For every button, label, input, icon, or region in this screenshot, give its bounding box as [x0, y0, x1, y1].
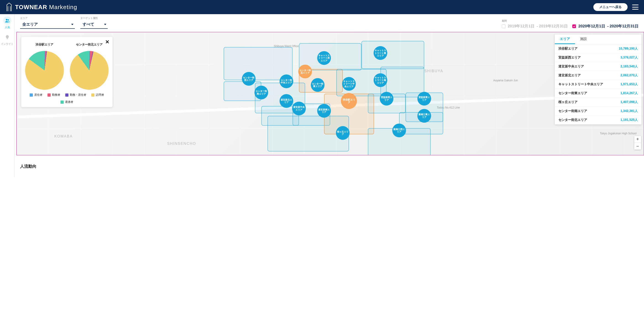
hamburger-menu-icon[interactable] [632, 5, 638, 10]
legend-item: 勤務・居住者 [65, 93, 86, 97]
legend-swatch-icon [65, 93, 68, 97]
brand-logo: TOWNEAR Marketing [6, 3, 77, 12]
chevron-down-icon [104, 24, 106, 25]
sidebar-item-insight[interactable]: インサイト [0, 33, 14, 46]
map-container[interactable]: Shibuya Ward OfficeSHIBUYAKOMABASHINSENC… [16, 32, 644, 155]
area-row-value: 1,407,098人 [620, 100, 638, 104]
pie-title: センター街北エリア [76, 41, 103, 48]
area-marker[interactable]: センター街中央エリア [280, 75, 293, 88]
area-marker[interactable]: 宮益坂東エリア [418, 92, 431, 106]
legend-item: 勤務者 [48, 93, 60, 97]
area-marker[interactable]: 宮益坂西エリア [380, 92, 394, 106]
area-list-row[interactable]: センター街東エリア1,814,267人 [555, 89, 642, 98]
zoom-in-button[interactable]: + [634, 136, 641, 143]
legend-swatch-icon [91, 93, 94, 97]
area-list-row[interactable]: 宮益坂西エリア3,378,027人 [555, 53, 642, 62]
pie-legend: 居住者勤務者勤務・居住者訪問者通過者 [25, 93, 109, 104]
area-polygon[interactable] [224, 47, 292, 80]
svg-point-1 [8, 20, 9, 21]
sidebar-item-label: インサイト [1, 42, 14, 46]
legend-item: 通過者 [60, 100, 73, 104]
legend-label: 通過者 [65, 100, 73, 104]
area-marker[interactable]: 新南口東エリア [418, 109, 431, 123]
area-row-name: キャットストリート中央エリア [558, 82, 603, 86]
legend-label: 居住者 [34, 93, 42, 97]
period-a-checkbox[interactable] [502, 25, 506, 28]
pie-popup: ✕ 渋谷駅エリアセンター街北エリア 居住者勤務者勤務・居住者訪問者通過者 [21, 37, 112, 107]
app-header: TOWNEAR Marketing メニューへ戻る [0, 0, 644, 14]
area-row-name: 道玄坂北エリア [558, 73, 581, 78]
area-list-row[interactable]: 道玄坂北エリア2,062,070人 [555, 71, 642, 80]
area-list-row[interactable]: 道玄坂中央エリア2,183,549人 [555, 62, 642, 71]
area-list-row[interactable]: キャットストリート中央エリア1,971,653人 [555, 80, 642, 89]
area-row-name: 渋谷駅エリア [558, 47, 578, 51]
area-marker[interactable]: キャットストリート南エリア [374, 73, 387, 87]
map-poi-label: KOMABA [54, 134, 72, 138]
area-select[interactable]: 全エリア [20, 21, 75, 29]
area-row-name: 宮益坂西エリア [558, 56, 581, 60]
area-marker[interactable]: 渋谷駅エリア [341, 93, 357, 109]
area-marker[interactable]: センター街南エリア [254, 86, 268, 99]
pie-title: 渋谷駅エリア [36, 41, 54, 48]
area-row-name: センター街南エリア [558, 109, 587, 113]
filter-area-label: エリア [20, 17, 75, 20]
period-b: 2020年12月1日 - 2020年12月31日 [572, 24, 638, 29]
legend-label: 勤務・居住者 [70, 93, 86, 97]
filter-attr-label: ターゲット属性 [80, 17, 108, 20]
period-a-range[interactable]: 2019年12月1日 - 2019年12月31日 [508, 24, 568, 29]
area-marker[interactable]: 道玄坂北エリア [280, 94, 293, 108]
area-list-row[interactable]: センター街南エリア1,342,381人 [555, 107, 642, 116]
pie-chart [25, 51, 64, 90]
area-marker[interactable]: キャットストリート西エリア [317, 51, 331, 65]
area-list-row[interactable]: センター街北エリア1,191,525人 [555, 116, 642, 125]
area-marker[interactable]: センター街西エリア [242, 72, 256, 86]
area-marker[interactable]: 道玄坂中央エリア [292, 102, 306, 115]
area-row-value: 2,062,070人 [620, 73, 638, 78]
map-poi-label: SHINSENCHO [167, 142, 196, 146]
legend-swatch-icon [60, 101, 64, 104]
legend-label: 訪問者 [96, 93, 104, 97]
area-list-row[interactable]: 渋谷駅エリア10,789,190人 [555, 44, 642, 53]
panel-tab[interactable]: 施設 [575, 35, 592, 44]
panel-tab[interactable]: エリア [555, 35, 575, 44]
sidebar-item-people-flow[interactable]: 人流 [0, 17, 14, 29]
filter-period-label: 期間 [502, 19, 638, 23]
map-poi-label: Tokyo Jogakukan High School [600, 132, 637, 135]
area-row-value: 3,378,027人 [620, 56, 638, 60]
area-marker[interactable]: キャットストリート東エリア [374, 46, 387, 60]
trend-section: 人流動向 [14, 155, 644, 177]
area-marker[interactable]: センター街東エリア [311, 78, 324, 92]
area-marker[interactable]: キャットストリート中央エリア [342, 77, 356, 91]
header-right: メニューへ戻る [593, 3, 638, 11]
legend-item: 訪問者 [91, 93, 104, 97]
area-row-name: センター街東エリア [558, 91, 587, 95]
area-row-value: 2,183,549人 [620, 64, 638, 69]
logo-mark-icon [6, 3, 13, 12]
area-marker[interactable]: 道玄坂南エリア [317, 104, 331, 118]
area-row-name: 道玄坂中央エリア [558, 64, 584, 69]
area-list-panel: エリア施設 渋谷駅エリア10,789,190人宮益坂西エリア3,378,027人… [555, 35, 642, 125]
period-b-range[interactable]: 2020年12月1日 - 2020年12月31日 [578, 24, 638, 29]
legend-swatch-icon [30, 93, 33, 97]
left-sidebar: 人流 インサイト [0, 14, 14, 177]
svg-point-0 [6, 19, 7, 21]
area-polygon[interactable] [362, 41, 424, 69]
area-list-row[interactable]: 桜ヶ丘エリア1,407,098人 [555, 98, 642, 107]
area-row-value: 1,971,653人 [620, 82, 638, 86]
pie-chart [70, 51, 109, 90]
area-row-value: 1,342,381人 [620, 109, 638, 113]
area-marker[interactable]: センター街北エリア [298, 65, 312, 78]
zoom-out-button[interactable]: − [634, 143, 641, 150]
period-b-checkbox[interactable] [572, 25, 576, 28]
area-row-value: 1,814,267人 [620, 91, 638, 95]
attribute-select[interactable]: すべて [80, 21, 108, 29]
legend-item: 居住者 [30, 93, 42, 97]
area-row-name: 桜ヶ丘エリア [558, 100, 578, 104]
period-a: 2019年12月1日 - 2019年12月31日 [502, 24, 568, 29]
area-marker[interactable]: 新南口西エリア [392, 124, 406, 137]
close-icon[interactable]: ✕ [105, 39, 109, 45]
back-to-menu-button[interactable]: メニューへ戻る [593, 3, 628, 11]
area-row-value: 1,191,525人 [620, 118, 638, 122]
area-marker[interactable]: 桜ヶ丘エリア [336, 126, 350, 140]
sidebar-item-label: 人流 [5, 26, 10, 29]
